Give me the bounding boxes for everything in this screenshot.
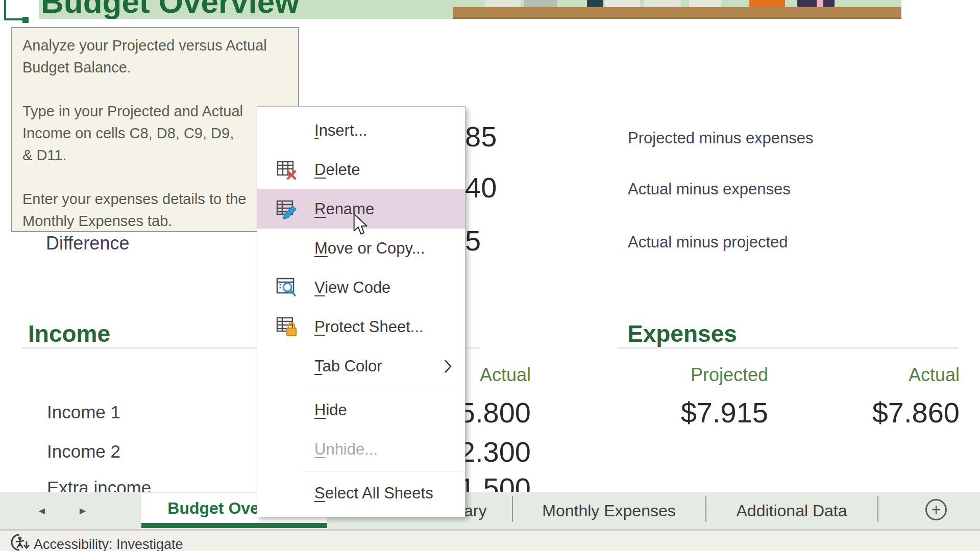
balance-description[interactable]: Actual minus expenses [628,180,791,198]
active-tab-underline [141,523,327,528]
tabs-scroll-left-icon[interactable]: ◄ [37,505,47,517]
menu-item-tab-color[interactable]: Tab Color [257,346,465,386]
menu-item-view-code[interactable]: View Code [257,268,465,307]
selection-fill-handle[interactable] [22,17,29,23]
menu-item-delete[interactable]: Delete [257,150,465,189]
menu-item-insert[interactable]: Insert... [257,111,465,150]
selection-border-bottom [4,18,24,20]
tab-separator [512,496,513,522]
menu-item-select-all-sheets[interactable]: Select All Sheets [257,473,465,513]
menu-icon-placeholder [276,438,298,461]
menu-item-label: Unhide... [314,440,378,459]
note-text-line [22,79,298,101]
mouse-cursor [353,213,370,237]
accessibility-icon [6,533,32,551]
sheet-tab-context-menu: Insert...DeleteRenameMove or Copy...View… [257,106,465,517]
tabs-scroll-right-icon[interactable]: ► [78,505,88,517]
balance-value[interactable]: 85 [465,120,497,153]
shelf-illustration [453,0,901,19]
menu-icon-placeholder [276,399,298,421]
menu-item-label: Tab Color [314,357,382,375]
note-text-line: Analyze your Projected versus Actual [22,35,298,57]
tab-separator [877,496,878,522]
menu-item-label: Protect Sheet... [314,318,424,336]
expenses-actual-column-header[interactable]: Actual [845,364,960,386]
view-code-icon [276,277,298,299]
note-text-line: Budget Balance. [22,57,298,79]
sheet-tab-monthly-expenses[interactable]: Monthly Expenses [542,502,675,520]
delete-sheet-icon [276,159,298,181]
menu-item-label: Hide [314,401,347,419]
worksheet-note-box[interactable]: Analyze your Projected versus ActualBudg… [11,27,299,232]
shelf-board-graphic [453,7,901,19]
difference-row-label[interactable]: Difference [46,233,129,254]
selection-border-left [4,0,6,20]
accessibility-status-text[interactable]: Accessibility: Investigate [34,537,183,551]
menu-separator [257,386,465,390]
balance-description[interactable]: Actual minus projected [628,233,788,252]
sheet-tab-bar: ◄ ► Budget Overview Summary Monthly Expe… [0,492,980,530]
tab-separator [705,496,706,522]
expenses-section-rule [617,347,959,348]
menu-item-label: View Code [314,279,390,297]
balance-value[interactable]: 40 [465,171,497,204]
page-title: Budget Overview [41,0,299,19]
menu-item-label: Insert... [314,121,367,140]
income-row-label[interactable]: Income 1 [47,402,120,422]
submenu-chevron-icon [444,359,453,374]
title-banner: Budget Overview [39,0,901,19]
status-bar: Accessibility: Investigate [0,531,980,551]
expenses-projected-value[interactable]: $7.915 [653,396,768,429]
income-row-label[interactable]: Income 2 [47,441,120,462]
rename-sheet-icon [276,198,298,220]
balance-value[interactable]: 5 [465,224,481,257]
balance-description[interactable]: Projected minus expenses [628,129,814,147]
expenses-section-title[interactable]: Expenses [627,320,737,347]
menu-icon-placeholder [276,482,298,505]
menu-separator [257,469,465,473]
menu-item-label: Select All Sheets [314,484,433,503]
menu-item-label: Delete [314,161,360,179]
menu-item-unhide: Unhide... [257,430,465,469]
menu-item-hide[interactable]: Hide [257,390,465,430]
add-sheet-button[interactable]: + [925,499,947,520]
menu-item-protect-sheet[interactable]: Protect Sheet... [257,307,465,346]
menu-icon-placeholder [276,119,298,142]
expenses-actual-value[interactable]: $7.860 [845,396,960,429]
menu-item-label: Move or Copy... [314,239,425,258]
expenses-projected-column-header[interactable]: Projected [653,364,768,386]
menu-icon-placeholder [276,237,298,260]
protect-sheet-icon [276,316,298,338]
menu-icon-placeholder [276,355,298,378]
sheet-tab-additional-data[interactable]: Additional Data [736,502,847,520]
income-section-title[interactable]: Income [28,320,110,347]
